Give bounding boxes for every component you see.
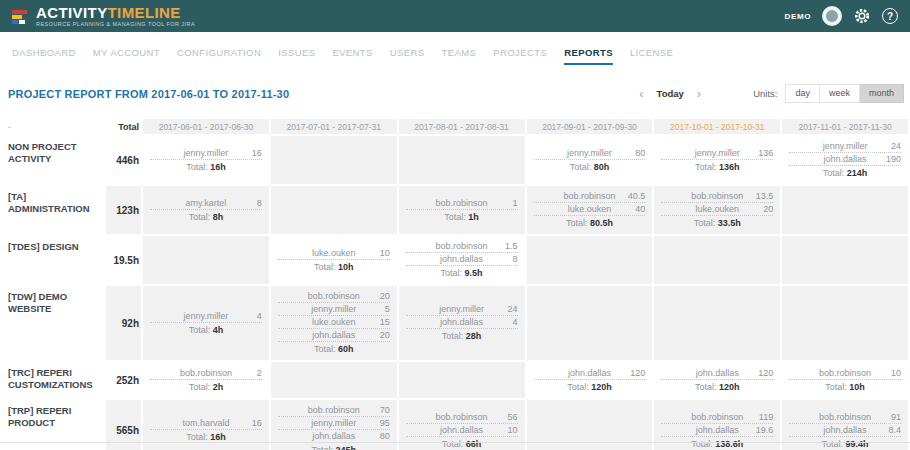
month-cell [527, 286, 653, 360]
entry-user: jenny.miller [306, 303, 362, 315]
gear-icon[interactable] [853, 7, 871, 25]
entry-user: jenny.miller [689, 147, 745, 159]
column-header-total: Total [106, 119, 141, 134]
next-period-button[interactable]: › [697, 89, 701, 99]
prev-period-button[interactable]: ‹ [639, 89, 643, 99]
user-hours-entry: bob.robinson10 [789, 367, 901, 380]
entry-hours: 190 [873, 153, 901, 165]
entry-user: luke.ouken [562, 203, 618, 215]
user-hours-entry: bob.robinson119 [661, 411, 773, 424]
user-hours-entry: bob.robinson13.5 [661, 190, 773, 203]
entry-user: jenny.miller [817, 140, 873, 152]
entry-hours: 136 [745, 147, 773, 159]
entry-hours: 1 [490, 197, 518, 209]
month-total: Total: 9.5h [399, 266, 525, 280]
entry-user: amy.kartel [178, 197, 234, 209]
entry-hours: 24 [490, 303, 518, 315]
entry-user: john.dallas [306, 430, 362, 442]
column-header-project: - [0, 119, 104, 134]
nav-item-teams[interactable]: TEAMS [442, 47, 477, 63]
nav-item-users[interactable]: USERS [390, 47, 425, 63]
month-cell: bob.robinson2Total: 2h [143, 362, 269, 398]
nav-item-projects[interactable]: PROJECTS [493, 47, 547, 63]
today-button[interactable]: Today [657, 88, 684, 99]
month-cell: jenny.miller24john.dallas190Total: 214h [782, 136, 908, 184]
user-hours-entry: jenny.miller136 [661, 147, 773, 160]
entry-hours: 120 [617, 367, 645, 379]
month-cell: john.dallas120Total: 120h [527, 362, 653, 398]
entry-hours: 80 [362, 430, 390, 442]
month-total: Total: 99.4h [782, 437, 908, 450]
logo-timeline: TIMELINE [108, 4, 181, 21]
user-hours-entry: john.dallas10 [406, 424, 518, 437]
report-table: -Total2017-06-01 - 2017-06-302017-07-01 … [0, 119, 908, 450]
user-hours-entry: bob.robinson1 [406, 197, 518, 210]
units-label: Units: [753, 88, 777, 99]
entry-hours: 20 [362, 290, 390, 302]
unit-button-day[interactable]: day [785, 84, 820, 103]
entry-hours: 10 [362, 247, 390, 259]
navbar: DASHBOARDMY ACCOUNTCONFIGURATIONISSUESEV… [0, 32, 910, 71]
nav-item-events[interactable]: EVENTS [332, 47, 372, 63]
entry-user: john.dallas [434, 253, 490, 265]
entry-user: bob.robinson [689, 190, 745, 202]
report-header-row: -Total2017-06-01 - 2017-06-302017-07-01 … [0, 119, 908, 134]
nav-item-my-account[interactable]: MY ACCOUNT [93, 47, 160, 63]
entry-user: bob.robinson [562, 190, 618, 202]
user-hours-entry: amy.kartel8 [150, 197, 262, 210]
entry-user: bob.robinson [434, 411, 490, 423]
entry-hours: 56 [490, 411, 518, 423]
user-hours-entry: john.dallas120 [534, 367, 646, 380]
nav-item-configuration[interactable]: CONFIGURATION [177, 47, 261, 63]
month-cell: bob.robinson1.5john.dallas8Total: 9.5h [399, 236, 525, 284]
month-total: Total: 120h [527, 380, 653, 394]
entry-hours: 70 [362, 404, 390, 416]
month-total: Total: 136h [654, 160, 780, 174]
user-hours-entry: bob.robinson2 [150, 367, 262, 380]
project-row: [TDES] DESIGN19.5hluke.ouken10Total: 10h… [0, 236, 908, 284]
user-hours-entry: jenny.miller80 [534, 147, 646, 160]
project-name: [TA] ADMINISTRATION [0, 186, 104, 234]
app-tagline: RESOURCE PLANNING & MANAGING TOOL FOR JI… [36, 22, 195, 28]
unit-button-week[interactable]: week [820, 84, 860, 103]
page-title: PROJECT REPORT FROM 2017-06-01 TO 2017-1… [8, 88, 289, 100]
entry-user: bob.robinson [434, 240, 490, 252]
month-cell: luke.ouken10Total: 10h [271, 236, 397, 284]
nav-item-license[interactable]: LICENSE [630, 47, 673, 63]
month-cell [654, 236, 780, 284]
entry-user: bob.robinson [178, 367, 234, 379]
help-icon[interactable]: ? [882, 8, 898, 24]
entry-hours: 119 [745, 411, 773, 423]
avatar[interactable] [822, 6, 842, 26]
user-hours-entry: jenny.miller24 [789, 140, 901, 153]
entry-user: john.dallas [306, 329, 362, 341]
month-cell [399, 362, 525, 398]
nav-item-dashboard[interactable]: DASHBOARD [12, 47, 76, 63]
user-hours-entry: bob.robinson20 [278, 290, 390, 303]
month-cell: bob.robinson13.5luke.ouken20Total: 33.5h [654, 186, 780, 234]
user-hours-entry: jenny.miller95 [278, 417, 390, 430]
entry-user: bob.robinson [306, 290, 362, 302]
month-cell [527, 236, 653, 284]
month-cell [782, 286, 908, 360]
project-row: NON PROJECT ACTIVITY446hjenny.miller16To… [0, 136, 908, 184]
month-total: Total: 8h [143, 210, 269, 224]
month-total: Total: 80h [527, 160, 653, 174]
date-pager: ‹ Today › [639, 88, 701, 99]
unit-button-month[interactable]: month [860, 84, 904, 103]
nav-item-reports[interactable]: REPORTS [564, 47, 613, 65]
month-cell [271, 362, 397, 398]
month-cell: john.dallas120Total: 120h [654, 362, 780, 398]
month-cell [654, 286, 780, 360]
entry-user: john.dallas [817, 424, 873, 436]
entry-hours: 91 [873, 411, 901, 423]
app-header: ACTIVITYTIMELINE RESOURCE PLANNING & MAN… [0, 0, 910, 32]
entry-user: bob.robinson [817, 411, 873, 423]
entry-user: john.dallas [689, 367, 745, 379]
nav-item-issues[interactable]: ISSUES [278, 47, 315, 63]
month-total: Total: 138.6h [654, 437, 780, 450]
month-total: Total: 10h [271, 260, 397, 274]
entry-hours: 40.5 [617, 190, 645, 202]
entry-user: jenny.miller [434, 303, 490, 315]
month-cell [782, 186, 908, 234]
